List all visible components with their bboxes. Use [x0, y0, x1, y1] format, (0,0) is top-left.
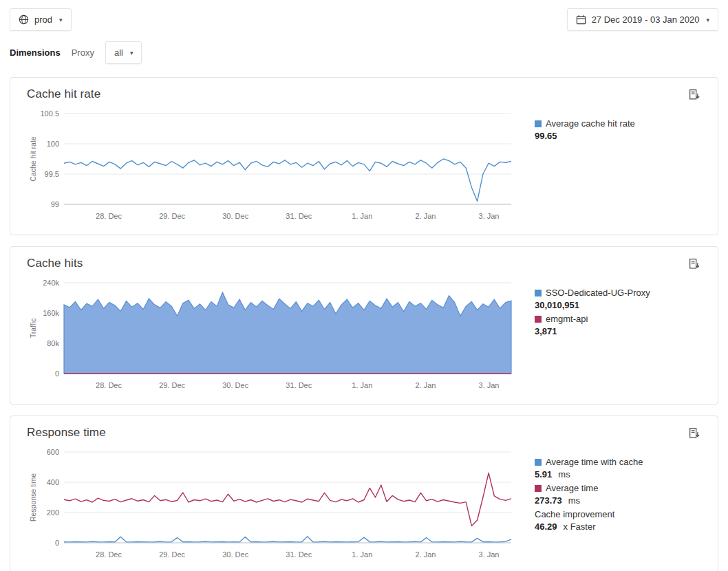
card-title: Response time: [27, 426, 106, 440]
legend-swatch: [535, 316, 542, 323]
svg-text:400: 400: [47, 478, 59, 486]
svg-text:3. Jan: 3. Jan: [479, 212, 500, 220]
response-time-legend: Average time with cache 5.91ms Average t…: [535, 455, 697, 535]
svg-text:2. Jan: 2. Jan: [415, 381, 436, 389]
svg-text:99: 99: [51, 200, 59, 208]
legend-label: Cache improvement: [535, 508, 614, 520]
card-response-time: Response time 020040060028. Dec29. Dec30…: [10, 416, 718, 571]
chevron-down-icon: ▾: [706, 17, 709, 23]
dimensions-bar: Dimensions Proxy all ▾: [10, 41, 718, 64]
environment-label: prod: [34, 14, 52, 25]
svg-text:29. Dec: 29. Dec: [159, 381, 185, 389]
svg-text:80k: 80k: [47, 339, 59, 347]
environment-selector[interactable]: prod ▾: [10, 8, 72, 31]
svg-text:0: 0: [55, 539, 59, 547]
legend-value: 3,871: [535, 326, 557, 336]
legend-value: 273.73: [535, 495, 562, 506]
card-title: Cache hits: [27, 257, 83, 270]
legend-label: Average cache hit rate: [546, 118, 635, 129]
legend-unit: ms: [568, 495, 580, 506]
svg-text:Traffic: Traffic: [29, 319, 37, 338]
svg-text:99.5: 99.5: [45, 170, 59, 178]
svg-text:30. Dec: 30. Dec: [222, 381, 248, 389]
globe-icon: [19, 14, 29, 25]
cache-hit-rate-chart: 9999.5100100.528. Dec29. Dec30. Dec31. D…: [27, 107, 517, 228]
svg-text:Response time: Response time: [29, 473, 37, 521]
legend-swatch: [535, 459, 542, 466]
date-range-picker[interactable]: 27 Dec 2019 - 03 Jan 2020 ▾: [567, 8, 718, 31]
dimension-value-label: all: [114, 47, 123, 58]
svg-text:28. Dec: 28. Dec: [96, 550, 122, 559]
svg-text:30. Dec: 30. Dec: [222, 550, 248, 559]
card-cache-hit-rate: Cache hit rate 9999.5100100.528. Dec29. …: [10, 77, 718, 235]
legend-value: 30,010,951: [535, 300, 579, 310]
svg-text:28. Dec: 28. Dec: [96, 381, 122, 389]
legend-label: Average time with cache: [546, 456, 643, 468]
svg-text:200: 200: [47, 508, 59, 517]
analytics-dashboard: prod ▾ 27 Dec 2019 - 03 Jan 2020 ▾ Dimen…: [0, 0, 728, 571]
svg-text:28. Dec: 28. Dec: [96, 212, 122, 220]
download-report-icon[interactable]: [687, 257, 701, 273]
dimension-proxy-label: Proxy: [72, 47, 94, 58]
legend-unit: x Faster: [564, 521, 596, 532]
dimensions-label: Dimensions: [10, 47, 61, 58]
response-time-chart: 020040060028. Dec29. Dec30. Dec31. Dec1.…: [27, 445, 517, 566]
svg-text:600: 600: [47, 448, 59, 456]
svg-text:160k: 160k: [43, 309, 59, 317]
legend-swatch: [535, 485, 542, 492]
legend-unit: ms: [558, 469, 570, 480]
cache-hits-chart: 080k160k240k28. Dec29. Dec30. Dec31. Dec…: [27, 276, 517, 397]
svg-text:1. Jan: 1. Jan: [352, 381, 372, 389]
svg-text:100.5: 100.5: [40, 109, 59, 118]
legend-value: 99.65: [535, 131, 557, 141]
svg-text:31. Dec: 31. Dec: [286, 550, 312, 559]
cache-hits-legend: SSO-Dedicated-UG-Proxy 30,010,951 emgmt-…: [535, 286, 697, 339]
download-report-icon[interactable]: [687, 87, 701, 104]
legend-swatch: [535, 290, 542, 297]
svg-text:2. Jan: 2. Jan: [415, 550, 436, 559]
svg-text:31. Dec: 31. Dec: [286, 381, 312, 389]
legend-label: emgmt-api: [546, 313, 588, 325]
legend-value: 5.91: [535, 469, 552, 480]
legend-label: SSO-Dedicated-UG-Proxy: [546, 287, 650, 299]
svg-text:30. Dec: 30. Dec: [222, 212, 248, 220]
svg-text:240k: 240k: [43, 279, 59, 287]
calendar-icon: [576, 14, 586, 25]
svg-text:0: 0: [55, 369, 59, 378]
legend-label: Average time: [546, 482, 598, 494]
svg-text:2. Jan: 2. Jan: [415, 212, 436, 220]
svg-text:Cache hit rate: Cache hit rate: [29, 136, 37, 182]
date-range-label: 27 Dec 2019 - 03 Jan 2020: [592, 14, 700, 25]
dimension-value-dropdown[interactable]: all ▾: [105, 41, 142, 64]
legend-value: 46.29: [535, 521, 557, 532]
card-title: Cache hit rate: [27, 87, 100, 101]
card-cache-hits: Cache hits 080k160k240k28. Dec29. Dec30.…: [10, 246, 718, 405]
svg-text:29. Dec: 29. Dec: [159, 550, 185, 559]
svg-text:1. Jan: 1. Jan: [352, 212, 372, 220]
svg-text:100: 100: [47, 140, 59, 148]
chevron-down-icon: ▾: [59, 17, 63, 23]
cache-hit-rate-legend: Average cache hit rate 99.65: [535, 116, 697, 144]
svg-text:29. Dec: 29. Dec: [159, 212, 185, 220]
download-report-icon[interactable]: [687, 426, 701, 442]
svg-text:3. Jan: 3. Jan: [479, 381, 500, 389]
svg-text:3. Jan: 3. Jan: [479, 550, 500, 559]
legend-swatch: [535, 120, 542, 127]
chevron-down-icon: ▾: [130, 50, 133, 56]
topbar: prod ▾ 27 Dec 2019 - 03 Jan 2020 ▾: [10, 8, 718, 31]
svg-text:1. Jan: 1. Jan: [352, 550, 372, 559]
svg-text:31. Dec: 31. Dec: [286, 212, 312, 220]
